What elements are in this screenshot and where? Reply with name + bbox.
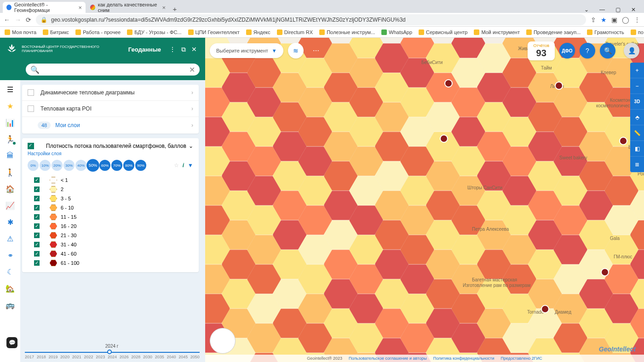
bookmark-item[interactable]: по работе xyxy=(631,29,644,35)
star-icon[interactable]: ★ xyxy=(6,101,15,111)
extensions-icon[interactable]: ▣ xyxy=(611,16,617,23)
bookmark-item[interactable]: Грамотность xyxy=(587,29,624,35)
checkbox[interactable] xyxy=(28,89,34,96)
star-outline-icon[interactable]: ☆ xyxy=(174,162,179,169)
info-icon[interactable]: i xyxy=(183,162,184,169)
bookmark-item[interactable]: Работа - прочее xyxy=(75,29,121,35)
minimap[interactable] xyxy=(210,328,236,354)
filter-icon[interactable]: ▼ xyxy=(188,162,193,169)
map-area[interactable]: Traveler's coffeeБьюти СмайлЖивая водаБе… xyxy=(205,38,644,362)
opacity-chip[interactable]: 80% xyxy=(123,160,134,171)
checkbox-checked[interactable] xyxy=(34,187,40,192)
house-icon[interactable]: 🏡 xyxy=(6,284,15,293)
bookmark-item[interactable]: WhatsApp xyxy=(381,29,412,35)
close-panel-icon[interactable]: ✕ xyxy=(191,46,197,53)
footer-link[interactable]: Пользовательское соглашение и авторы xyxy=(349,356,427,361)
home-icon[interactable]: 🏠 xyxy=(6,184,15,193)
opacity-chip[interactable]: 60% xyxy=(99,160,110,171)
layer-row-heatmap-dynamic[interactable]: Динамические тепловые диаграммы › xyxy=(22,85,199,101)
checkbox-checked[interactable] xyxy=(34,214,40,220)
bus-icon[interactable]: 🚌 xyxy=(6,300,15,309)
checkbox-checked[interactable] xyxy=(28,143,34,149)
menu-icon[interactable]: ⋮ xyxy=(634,16,640,23)
search-box[interactable]: 🔍 ✕ xyxy=(26,64,200,76)
url-field[interactable]: 🔒 geo.vostokgosplan.ru/?sessiondata=di5s… xyxy=(36,14,586,25)
chart-icon[interactable]: 📈 xyxy=(6,201,15,210)
opacity-chip[interactable]: 0% xyxy=(28,160,39,171)
forward-icon[interactable]: → xyxy=(15,16,21,23)
bookmark-star-icon[interactable]: ★ xyxy=(601,16,607,23)
bookmark-item[interactable]: Сервисный центр xyxy=(419,29,467,35)
bookmark-item[interactable]: Полезные инструм... xyxy=(319,29,375,35)
my-layers-row[interactable]: 48 Мои слои › xyxy=(22,117,199,134)
opacity-chip[interactable]: 10% xyxy=(40,160,51,171)
bookmark-item[interactable]: Проведение закуп... xyxy=(526,29,581,35)
copy-icon[interactable]: ⧉ xyxy=(181,46,186,53)
opacity-chip[interactable]: 20% xyxy=(52,160,63,171)
bookmark-item[interactable]: Яндекс xyxy=(246,29,270,35)
close-icon[interactable]: ✕ xyxy=(626,6,641,13)
org-logo[interactable]: ВОСТОЧНЫЙ ЦЕНТР ГОСУДАРСТВЕННОГО ПЛАНИРО… xyxy=(6,43,128,56)
zoom-out-button[interactable]: − xyxy=(630,78,644,94)
tool-selector[interactable]: Выберите инструмент ▼ xyxy=(210,43,283,58)
ruler-icon[interactable]: 📏 xyxy=(630,125,644,141)
stack-icon[interactable]: ≣ xyxy=(630,157,644,172)
browser-tab-2[interactable]: как делать качественные сним × xyxy=(86,2,169,13)
minimize-icon[interactable]: — xyxy=(594,6,610,13)
checkbox-checked[interactable] xyxy=(34,242,40,247)
checkbox-checked[interactable] xyxy=(34,177,40,183)
eraser-icon[interactable]: ◧ xyxy=(630,141,644,157)
building-icon[interactable]: 🏛 xyxy=(6,151,15,160)
tab-close-icon[interactable]: × xyxy=(78,4,82,11)
browser-tab-1[interactable]: Geointellect® - Геоинформаци × xyxy=(3,2,86,13)
checkbox-checked[interactable] xyxy=(34,260,40,266)
compass-icon[interactable]: ⬘ xyxy=(630,110,644,125)
footer-link[interactable]: Политика конфиденциальности xyxy=(433,356,494,361)
moon-icon[interactable]: ☾ xyxy=(6,267,15,276)
layer-row-heatmap-poi[interactable]: Тепловая карта POI › xyxy=(22,101,199,117)
menu-icon[interactable]: ☰ xyxy=(6,85,15,94)
zoom-in-button[interactable]: + xyxy=(630,63,644,78)
help-button[interactable]: ? xyxy=(580,43,595,58)
chat-fab[interactable]: 💬 xyxy=(6,337,17,348)
checkbox-checked[interactable] xyxy=(34,251,40,257)
checkbox-checked[interactable] xyxy=(34,196,40,201)
maximize-icon[interactable]: ▢ xyxy=(610,6,626,13)
layers-icon[interactable]: 📊 xyxy=(6,118,15,127)
search-input[interactable] xyxy=(42,66,189,73)
checkbox[interactable] xyxy=(28,105,34,112)
back-icon[interactable]: ← xyxy=(4,16,10,23)
bookmark-item[interactable]: Directum RX xyxy=(277,29,313,35)
bookmark-item[interactable]: Битрикс xyxy=(43,29,69,35)
timeline[interactable]: 2024 г 201720182019202020212022202320242… xyxy=(25,352,200,359)
opacity-chip[interactable]: 90% xyxy=(135,160,146,171)
new-tab-button[interactable]: + xyxy=(170,5,179,13)
bubbles-icon[interactable]: ⚭ xyxy=(6,251,15,260)
menu-dots-icon[interactable]: ⋮ xyxy=(169,46,176,53)
3d-button[interactable]: 3D xyxy=(630,94,644,110)
activity-icon[interactable]: 🏃 xyxy=(6,134,15,144)
bookmark-item[interactable]: Мой инструмент xyxy=(474,29,520,35)
tab-close-icon[interactable]: × xyxy=(162,4,166,11)
checkbox-checked[interactable] xyxy=(34,233,40,238)
reload-icon[interactable]: ⟳ xyxy=(26,16,31,23)
warning-icon[interactable]: ⚠ xyxy=(6,234,15,243)
checkbox-checked[interactable] xyxy=(34,223,40,229)
reports-badge[interactable]: Отчётов 93 xyxy=(528,41,555,60)
layers-button[interactable]: ≋ xyxy=(288,43,304,58)
network-icon[interactable]: ✱ xyxy=(6,217,15,227)
dfo-button[interactable]: ДФО xyxy=(559,43,575,58)
checkbox-checked[interactable] xyxy=(34,205,40,210)
share-icon[interactable]: ⇪ xyxy=(591,16,596,23)
more-icon[interactable]: ⋯ xyxy=(308,43,324,58)
bookmark-item[interactable]: ЦПИ Геоинтеллект xyxy=(188,29,240,35)
chevron-down-icon[interactable]: ⌄ xyxy=(189,143,193,149)
opacity-chip[interactable]: 40% xyxy=(75,160,86,171)
person-icon[interactable]: 🚶 xyxy=(6,168,15,177)
footer-link[interactable]: Предоставлено 2ГИС xyxy=(500,356,542,361)
profile-icon[interactable]: ◯ xyxy=(622,16,629,23)
timeline-thumb[interactable] xyxy=(107,350,112,354)
opacity-chip[interactable]: 30% xyxy=(63,160,75,171)
opacity-chip[interactable]: 50% xyxy=(86,159,99,172)
clear-icon[interactable]: ✕ xyxy=(189,65,195,74)
